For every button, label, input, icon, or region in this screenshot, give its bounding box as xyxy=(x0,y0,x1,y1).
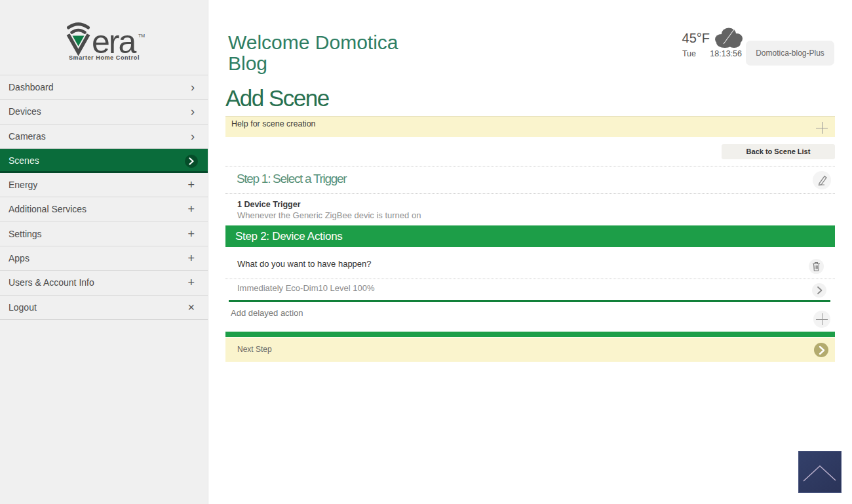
svg-text:Smarter Home Control: Smarter Home Control xyxy=(69,54,140,61)
svg-text:TM: TM xyxy=(138,33,145,38)
